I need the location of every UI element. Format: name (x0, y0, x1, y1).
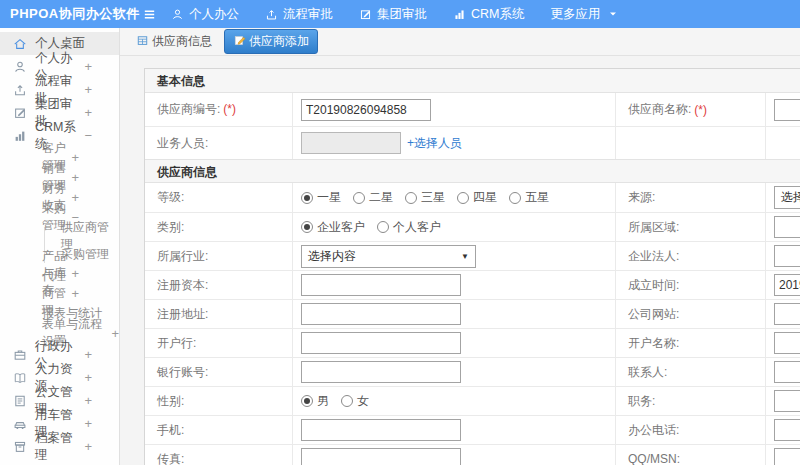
flow-icon (265, 8, 278, 21)
flow-icon (13, 83, 27, 97)
expand-icon[interactable]: + (84, 347, 92, 362)
nav-item-label: 流程审批 (283, 6, 333, 23)
expand-icon[interactable]: + (84, 439, 92, 454)
radio-label: 四星 (473, 189, 497, 206)
expand-icon[interactable]: + (71, 170, 79, 185)
radio-icon (353, 192, 365, 204)
expand-icon[interactable]: + (111, 326, 119, 341)
radio-level-2star[interactable]: 二星 (353, 189, 393, 206)
expand-icon[interactable]: + (84, 59, 92, 74)
bank-input[interactable] (301, 332, 461, 354)
account-name-input[interactable] (774, 332, 800, 354)
expand-icon[interactable]: + (84, 370, 92, 385)
radio-level-1star[interactable]: 一星 (301, 189, 341, 206)
radio-icon (377, 221, 389, 233)
supplier-code-input[interactable] (301, 99, 431, 121)
account-name-label: 开户名称: (615, 329, 765, 357)
expand-icon[interactable]: + (71, 266, 79, 281)
form-row: 供应商编号:(*) 供应商名称:(*) (145, 93, 800, 126)
sidebar-item-archive-mgmt[interactable]: 档案管理 + (0, 435, 119, 458)
radio-icon (301, 192, 313, 204)
briefcase-icon (13, 348, 27, 362)
company-website-input[interactable] (774, 303, 800, 325)
nav-more-apps[interactable]: 更多应用 (550, 6, 619, 23)
nav-item-label: 更多应用 (550, 6, 600, 23)
registered-address-label: 注册地址: (145, 306, 292, 323)
fax-label: 传真: (145, 451, 292, 465)
book-icon (13, 371, 27, 385)
tab-supplier-info[interactable]: 供应商信息 (132, 30, 216, 53)
level-radio-group: 一星 二星 三星 四星 五星 (292, 183, 615, 212)
radio-icon (457, 192, 469, 204)
supplier-code-label: 供应商编号:(*) (145, 101, 292, 118)
radio-icon (341, 395, 353, 407)
form-row: 注册资本: 成立时间: (145, 270, 800, 299)
mobile-input[interactable] (301, 419, 461, 441)
nav-group-approval[interactable]: 集团审批 (359, 6, 427, 23)
expand-icon[interactable]: + (84, 82, 92, 97)
radio-enterprise-customer[interactable]: 企业客户 (301, 219, 365, 236)
office-phone-label: 办公电话: (615, 416, 765, 444)
archive-icon (13, 440, 27, 454)
nav-crm-system[interactable]: CRM系统 (453, 6, 524, 23)
legal-person-label: 企业法人: (615, 242, 765, 270)
tab-supplier-add[interactable]: 供应商添加 (224, 29, 318, 54)
expand-icon[interactable]: + (84, 416, 92, 431)
expand-icon[interactable]: + (71, 150, 79, 165)
form-row: 手机: 办公电话: (145, 415, 800, 444)
nav-item-label: 个人办公 (189, 6, 239, 23)
radio-icon (301, 395, 313, 407)
collapse-icon[interactable]: − (84, 128, 92, 143)
home-icon (13, 37, 27, 51)
industry-select[interactable]: 选择内容▼ (301, 245, 476, 268)
caret-down-icon (607, 8, 619, 20)
registered-capital-input[interactable] (301, 274, 461, 296)
bank-account-input[interactable] (301, 361, 461, 383)
tab-label: 供应商信息 (152, 33, 212, 50)
category-radio-group: 企业客户 个人客户 (292, 213, 615, 241)
radio-level-3star[interactable]: 三星 (405, 189, 445, 206)
required-marker: (*) (223, 102, 236, 116)
user-icon (171, 8, 184, 21)
form-row: 性别: 男 女 职务: (145, 386, 800, 415)
expand-icon[interactable]: + (84, 105, 92, 120)
radio-label: 一星 (317, 189, 341, 206)
section-title-supplier-info: 供应商信息 (145, 159, 800, 183)
qq-msn-input[interactable] (774, 448, 800, 465)
source-select[interactable]: 选择内容▼ (774, 186, 800, 209)
established-date-input[interactable] (774, 274, 800, 296)
radio-female[interactable]: 女 (341, 393, 369, 410)
pen-icon (233, 34, 246, 50)
supplier-add-form: 基本信息 供应商编号:(*) 供应商名称:(*) 业务人员: +选择人员 (144, 68, 800, 465)
expand-icon[interactable]: + (71, 190, 79, 205)
radio-level-5star[interactable]: 五星 (509, 189, 549, 206)
radio-personal-customer[interactable]: 个人客户 (377, 219, 441, 236)
mobile-label: 手机: (145, 422, 292, 439)
nav-personal-office[interactable]: 个人办公 (171, 6, 239, 23)
hamburger-menu-icon[interactable] (142, 7, 157, 22)
supplier-name-input[interactable] (774, 99, 800, 121)
sidebar-item-agent-mgmt[interactable]: 代理商管理 + (0, 283, 119, 303)
select-value: 选择内容 (781, 189, 800, 206)
contact-input[interactable] (774, 361, 800, 383)
position-label: 职务: (615, 387, 765, 415)
select-person-link[interactable]: +选择人员 (407, 135, 462, 152)
gender-radio-group: 男 女 (292, 387, 615, 415)
expand-icon[interactable]: + (84, 393, 92, 408)
legal-person-input[interactable] (774, 245, 800, 267)
radio-label: 个人客户 (393, 219, 441, 236)
radio-level-4star[interactable]: 四星 (457, 189, 497, 206)
caret-down-icon: ▼ (461, 252, 469, 261)
fax-input[interactable] (301, 448, 461, 465)
nav-workflow-approval[interactable]: 流程审批 (265, 6, 333, 23)
registered-address-input[interactable] (301, 303, 461, 325)
expand-icon[interactable]: + (71, 286, 79, 301)
business-person-input (301, 132, 401, 154)
doc-icon (13, 394, 27, 408)
contact-label: 联系人: (615, 358, 765, 386)
region-input[interactable] (774, 216, 800, 238)
user-icon (13, 60, 27, 74)
office-phone-input[interactable] (774, 419, 800, 441)
position-input[interactable] (774, 390, 800, 412)
radio-male[interactable]: 男 (301, 393, 329, 410)
